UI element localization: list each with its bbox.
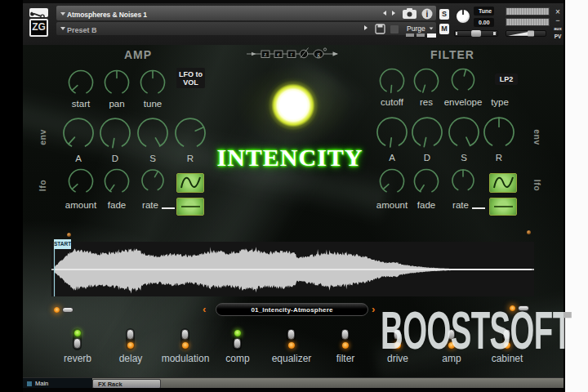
svg-text:i: i [426, 10, 429, 19]
